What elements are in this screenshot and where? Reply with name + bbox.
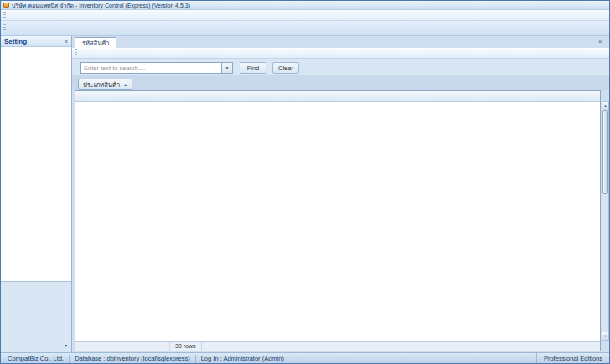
toolbar-grip-icon[interactable] — [3, 24, 6, 32]
window-title: บริษัท คอมแพทบิส จำกัด - Inventory Contr… — [12, 1, 190, 10]
data-grid: 30 rows — [75, 90, 601, 351]
status-separator — [195, 355, 196, 363]
main-panel: รหัสสินค้า ▼ Find Clear ประเภทสินค้า ▲ 3… — [72, 36, 610, 352]
search-input[interactable] — [80, 62, 222, 74]
scrollbar-thumb[interactable] — [602, 110, 608, 194]
status-database: Database : dbinventory (local\sqlexpress… — [75, 355, 190, 362]
find-button[interactable]: Find — [240, 62, 266, 74]
collapse-left-icon[interactable]: « — [65, 38, 68, 44]
sidebar-nav — [1, 281, 71, 338]
toolbar-grip-icon[interactable] — [75, 49, 77, 57]
tab-product-codes[interactable]: รหัสสินค้า — [75, 37, 116, 48]
grid-toolbar — [72, 48, 610, 59]
sidebar-title: Setting — [4, 38, 27, 45]
status-separator — [69, 355, 70, 363]
status-edition: Professional Editions — [536, 353, 609, 364]
scroll-down-icon[interactable]: ▼ — [602, 332, 608, 340]
row-count: 30 rows — [169, 342, 202, 351]
menu-bar — [1, 10, 609, 21]
status-bar: CompatBiz Co., Ltd. Database : dbinvento… — [1, 352, 609, 364]
vertical-scrollbar[interactable]: ▲ ▼ — [602, 101, 609, 341]
grid-body — [75, 102, 600, 341]
app-icon — [3, 3, 9, 8]
tab-label: รหัสสินค้า — [82, 38, 109, 48]
sort-asc-icon: ▲ — [123, 82, 127, 87]
group-by-label: ประเภทสินค้า — [83, 79, 120, 90]
toolbar-grip-icon[interactable] — [3, 12, 6, 19]
app-toolbar — [1, 21, 609, 36]
sidebar: Setting « ▾ — [1, 36, 72, 352]
chevron-down-icon[interactable]: ▾ — [65, 342, 67, 348]
sidebar-header[interactable]: Setting « — [1, 36, 71, 47]
status-login: Log In : Administrator (Admin) — [201, 355, 284, 362]
group-by-panel: ประเภทสินค้า ▲ — [72, 75, 610, 90]
grid-header — [75, 91, 600, 102]
app-window: บริษัท คอมแพทบิส จำกัด - Inventory Contr… — [0, 0, 610, 364]
scroll-up-icon[interactable]: ▲ — [602, 102, 608, 110]
nav-options-row: ▾ — [1, 338, 71, 352]
group-by-chip[interactable]: ประเภทสินค้า ▲ — [78, 79, 132, 90]
clear-button[interactable]: Clear — [272, 62, 299, 74]
grid-footer: 30 rows — [75, 341, 600, 351]
status-company: CompatBiz Co., Ltd. — [8, 355, 64, 362]
tab-strip: รหัสสินค้า — [72, 36, 610, 48]
sidebar-tree — [1, 47, 71, 281]
close-icon[interactable] — [596, 38, 604, 46]
search-panel: ▼ Find Clear — [72, 59, 610, 75]
title-bar[interactable]: บริษัท คอมแพทบิส จำกัด - Inventory Contr… — [1, 1, 609, 10]
search-dropdown-icon[interactable]: ▼ — [222, 62, 233, 74]
